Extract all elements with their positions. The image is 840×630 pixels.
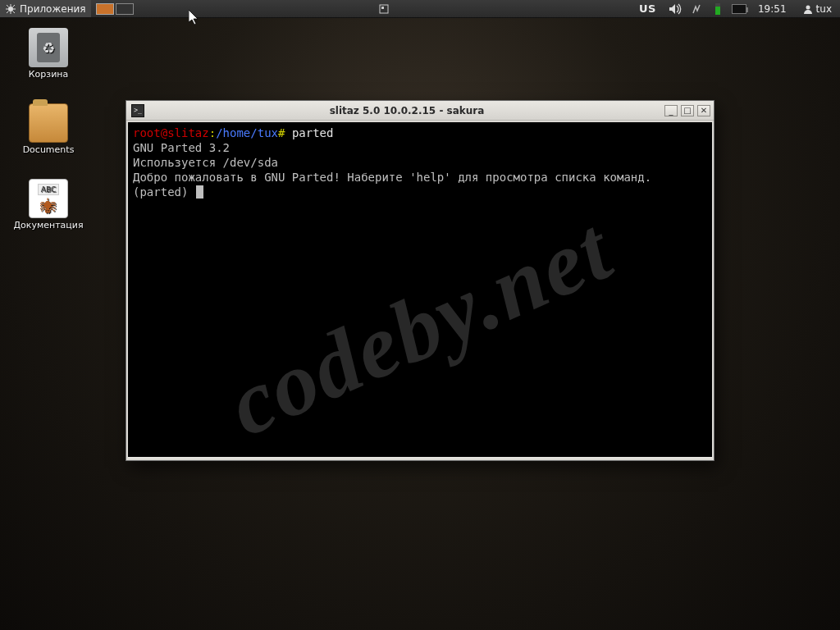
clock[interactable]: 19:51 (753, 0, 792, 17)
keyboard-layout-indicator[interactable]: US (634, 0, 661, 17)
window-title: slitaz 5.0 10.0.2.15 - sakura (149, 105, 664, 116)
terminal-window: slitaz 5.0 10.0.2.15 - sakura _ □ ✕ root… (126, 100, 714, 461)
terminal-cursor (196, 185, 203, 199)
folder-icon (29, 103, 68, 143)
prompt-sep: : (209, 126, 216, 139)
documentation-label: Документация (11, 220, 85, 231)
user-menu[interactable]: tux (798, 0, 837, 17)
terminal-line-4: Добро пожаловать в GNU Parted! Наберите … (133, 171, 651, 184)
prompt-path: /home/tux (216, 126, 278, 139)
prompt-user: root@slitaz (133, 126, 209, 139)
network-icon[interactable] (689, 3, 704, 15)
svg-point-0 (8, 7, 13, 11)
trash-label: Корзина (11, 69, 85, 80)
svg-line-8 (7, 11, 9, 13)
terminal-line-5: (parted) (133, 185, 195, 199)
documents-label: Documents (11, 144, 85, 155)
terminal-line-3: Используется /dev/sda (133, 156, 278, 169)
desktop-icon-trash[interactable]: Корзина (11, 28, 85, 80)
svg-line-6 (13, 11, 16, 13)
user-icon (803, 4, 813, 14)
window-list-icon (379, 4, 389, 14)
battery-icon[interactable] (732, 4, 746, 14)
trash-icon (29, 28, 68, 67)
desktop-icon-documents[interactable]: Documents (11, 103, 85, 155)
svg-rect-14 (715, 5, 720, 7)
svg-line-5 (7, 5, 9, 7)
command-text: parted (292, 126, 334, 139)
svg-rect-10 (381, 7, 384, 9)
spider-logo-icon (5, 3, 16, 15)
workspace-2[interactable] (116, 3, 134, 15)
desktop-icon-documentation[interactable]: ABC 🕷 Документация (11, 179, 85, 231)
username-label: tux (816, 3, 832, 15)
window-list-button[interactable] (374, 4, 394, 14)
maximize-button[interactable]: □ (681, 105, 694, 116)
applications-label: Приложения (20, 3, 86, 15)
top-panel: Приложения US 19:51 tux (0, 0, 840, 18)
terminal-content[interactable]: root@slitaz:/home/tux# parted GNU Parted… (128, 122, 712, 459)
window-titlebar[interactable]: slitaz 5.0 10.0.2.15 - sakura _ □ ✕ (126, 101, 714, 121)
workspace-switcher[interactable] (96, 3, 134, 15)
volume-icon[interactable] (668, 3, 682, 15)
svg-marker-11 (669, 4, 675, 14)
applications-menu[interactable]: Приложения (0, 0, 91, 17)
workspace-1[interactable] (96, 3, 114, 15)
svg-line-7 (13, 5, 16, 7)
svg-rect-13 (715, 3, 720, 5)
minimize-button[interactable]: _ (664, 105, 678, 116)
svg-point-15 (806, 5, 810, 9)
close-button[interactable]: ✕ (697, 105, 710, 116)
terminal-line-2: GNU Parted 3.2 (133, 141, 230, 154)
terminal-app-icon (131, 104, 144, 117)
documentation-icon: ABC 🕷 (29, 179, 68, 218)
battery-level-icon[interactable] (710, 3, 725, 15)
prompt-hash: # (278, 126, 285, 139)
